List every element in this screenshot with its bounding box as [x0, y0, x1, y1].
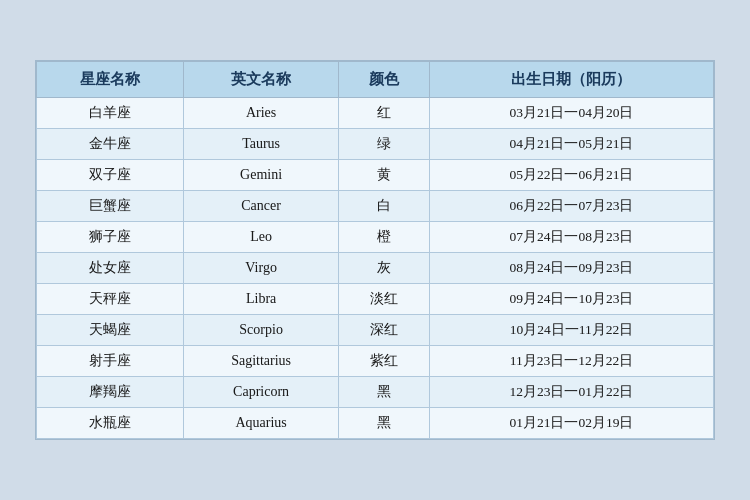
cell-0-1: Aries — [184, 98, 339, 129]
header-col-2: 颜色 — [339, 62, 430, 98]
cell-3-1: Cancer — [184, 191, 339, 222]
cell-9-0: 摩羯座 — [37, 377, 184, 408]
cell-8-1: Sagittarius — [184, 346, 339, 377]
cell-10-3: 01月21日一02月19日 — [429, 408, 713, 439]
cell-0-3: 03月21日一04月20日 — [429, 98, 713, 129]
cell-10-2: 黑 — [339, 408, 430, 439]
header-col-1: 英文名称 — [184, 62, 339, 98]
cell-6-1: Libra — [184, 284, 339, 315]
cell-9-3: 12月23日一01月22日 — [429, 377, 713, 408]
cell-6-0: 天秤座 — [37, 284, 184, 315]
cell-7-0: 天蝎座 — [37, 315, 184, 346]
zodiac-table: 星座名称英文名称颜色出生日期（阳历） 白羊座Aries红03月21日一04月20… — [36, 61, 714, 439]
cell-7-2: 深红 — [339, 315, 430, 346]
cell-9-2: 黑 — [339, 377, 430, 408]
table-row: 天蝎座Scorpio深红10月24日一11月22日 — [37, 315, 714, 346]
table-row: 金牛座Taurus绿04月21日一05月21日 — [37, 129, 714, 160]
cell-4-0: 狮子座 — [37, 222, 184, 253]
table-row: 天秤座Libra淡红09月24日一10月23日 — [37, 284, 714, 315]
table-row: 射手座Sagittarius紫红11月23日一12月22日 — [37, 346, 714, 377]
cell-4-2: 橙 — [339, 222, 430, 253]
table-row: 双子座Gemini黄05月22日一06月21日 — [37, 160, 714, 191]
table-row: 白羊座Aries红03月21日一04月20日 — [37, 98, 714, 129]
cell-1-0: 金牛座 — [37, 129, 184, 160]
cell-2-0: 双子座 — [37, 160, 184, 191]
table-header-row: 星座名称英文名称颜色出生日期（阳历） — [37, 62, 714, 98]
table-row: 巨蟹座Cancer白06月22日一07月23日 — [37, 191, 714, 222]
cell-5-0: 处女座 — [37, 253, 184, 284]
cell-8-2: 紫红 — [339, 346, 430, 377]
cell-5-3: 08月24日一09月23日 — [429, 253, 713, 284]
cell-5-2: 灰 — [339, 253, 430, 284]
table-row: 摩羯座Capricorn黑12月23日一01月22日 — [37, 377, 714, 408]
cell-4-3: 07月24日一08月23日 — [429, 222, 713, 253]
cell-8-3: 11月23日一12月22日 — [429, 346, 713, 377]
cell-8-0: 射手座 — [37, 346, 184, 377]
cell-7-3: 10月24日一11月22日 — [429, 315, 713, 346]
cell-2-3: 05月22日一06月21日 — [429, 160, 713, 191]
cell-0-0: 白羊座 — [37, 98, 184, 129]
cell-2-2: 黄 — [339, 160, 430, 191]
cell-6-3: 09月24日一10月23日 — [429, 284, 713, 315]
cell-10-0: 水瓶座 — [37, 408, 184, 439]
cell-3-2: 白 — [339, 191, 430, 222]
header-col-0: 星座名称 — [37, 62, 184, 98]
zodiac-table-container: 星座名称英文名称颜色出生日期（阳历） 白羊座Aries红03月21日一04月20… — [35, 60, 715, 440]
cell-7-1: Scorpio — [184, 315, 339, 346]
cell-2-1: Gemini — [184, 160, 339, 191]
table-body: 白羊座Aries红03月21日一04月20日金牛座Taurus绿04月21日一0… — [37, 98, 714, 439]
cell-0-2: 红 — [339, 98, 430, 129]
header-col-3: 出生日期（阳历） — [429, 62, 713, 98]
cell-3-3: 06月22日一07月23日 — [429, 191, 713, 222]
cell-5-1: Virgo — [184, 253, 339, 284]
cell-6-2: 淡红 — [339, 284, 430, 315]
table-row: 处女座Virgo灰08月24日一09月23日 — [37, 253, 714, 284]
cell-1-2: 绿 — [339, 129, 430, 160]
cell-1-1: Taurus — [184, 129, 339, 160]
cell-4-1: Leo — [184, 222, 339, 253]
cell-3-0: 巨蟹座 — [37, 191, 184, 222]
cell-9-1: Capricorn — [184, 377, 339, 408]
cell-1-3: 04月21日一05月21日 — [429, 129, 713, 160]
table-row: 狮子座Leo橙07月24日一08月23日 — [37, 222, 714, 253]
cell-10-1: Aquarius — [184, 408, 339, 439]
table-row: 水瓶座Aquarius黑01月21日一02月19日 — [37, 408, 714, 439]
